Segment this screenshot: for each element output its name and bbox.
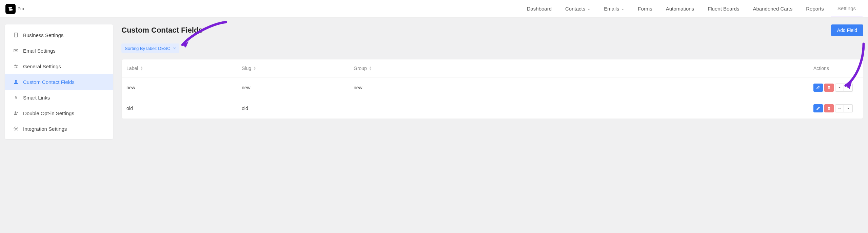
sliders-icon — [13, 63, 19, 69]
nav-forms[interactable]: Forms — [631, 0, 659, 17]
th-slug[interactable]: Slug ▲▼ — [237, 59, 349, 77]
sort-chip-label: Sorting By label: DESC — [125, 46, 170, 51]
delete-button[interactable] — [824, 84, 834, 92]
sidebar-item-integration[interactable]: Integration Settings — [5, 121, 113, 137]
settings-sidebar: Business Settings Email Settings General… — [5, 24, 113, 139]
pro-label: Pro — [18, 6, 24, 11]
sidebar-item-general[interactable]: General Settings — [5, 58, 113, 74]
sort-icon: ▲▼ — [140, 66, 143, 70]
chevron-down-icon: ⌄ — [587, 6, 590, 11]
cell-group: new — [349, 77, 809, 98]
sidebar-item-label: Integration Settings — [23, 126, 67, 132]
cell-slug: new — [237, 77, 349, 98]
mail-icon — [13, 48, 19, 54]
table-header: Label ▲▼ Slug ▲▼ Group ▲▼ Actions — [122, 59, 863, 77]
nav-automations[interactable]: Automations — [659, 0, 701, 17]
nav-dashboard[interactable]: Dashboard — [520, 0, 558, 17]
th-label[interactable]: Label ▲▼ — [122, 59, 237, 77]
app-logo — [5, 4, 16, 14]
cell-label: old — [122, 98, 237, 119]
svg-point-10 — [15, 111, 16, 113]
gear-icon — [13, 126, 19, 132]
sidebar-item-business[interactable]: Business Settings — [5, 27, 113, 43]
cell-actions — [809, 77, 863, 98]
sort-chip[interactable]: Sorting By label: DESC × — [121, 43, 179, 53]
user-plus-icon — [13, 110, 19, 116]
sidebar-item-custom-fields[interactable]: Custom Contact Fields — [5, 74, 113, 90]
move-down-button[interactable] — [844, 104, 853, 112]
nav-emails[interactable]: Emails⌄ — [597, 0, 631, 17]
edit-button[interactable] — [813, 84, 823, 92]
delete-button[interactable] — [824, 104, 834, 112]
nav-settings[interactable]: Settings — [831, 0, 863, 17]
sidebar-item-smart-links[interactable]: Smart Links — [5, 90, 113, 105]
th-group[interactable]: Group ▲▼ — [349, 59, 809, 77]
sort-icon: ▲▼ — [369, 66, 372, 70]
move-down-button[interactable] — [844, 84, 853, 92]
chevron-down-icon: ⌄ — [621, 6, 624, 11]
svg-point-9 — [15, 80, 17, 82]
add-field-button[interactable]: Add Field — [831, 24, 863, 36]
nav-fluent-boards[interactable]: Fluent Boards — [701, 0, 746, 17]
top-bar: Pro Dashboard Contacts⌄ Emails⌄ Forms Au… — [0, 0, 868, 18]
nav-contacts[interactable]: Contacts⌄ — [558, 0, 597, 17]
sidebar-item-label: General Settings — [23, 64, 61, 69]
sidebar-item-double-optin[interactable]: Double Opt-in Settings — [5, 105, 113, 121]
fields-table: Label ▲▼ Slug ▲▼ Group ▲▼ Actions new ne… — [121, 59, 863, 119]
sidebar-item-label: Email Settings — [23, 48, 56, 54]
top-nav: Dashboard Contacts⌄ Emails⌄ Forms Automa… — [520, 0, 863, 17]
edit-button[interactable] — [813, 104, 823, 112]
table-row: new new new — [122, 77, 863, 98]
th-actions: Actions — [809, 59, 863, 77]
sidebar-item-email[interactable]: Email Settings — [5, 43, 113, 58]
document-icon — [13, 32, 19, 38]
cell-label: new — [122, 77, 237, 98]
sidebar-item-label: Custom Contact Fields — [23, 79, 75, 85]
cell-group — [349, 98, 809, 119]
link-icon — [13, 94, 19, 101]
close-icon[interactable]: × — [173, 46, 176, 51]
sort-icon: ▲▼ — [253, 66, 256, 70]
content-area: Custom Contact Fields Add Field Sorting … — [121, 24, 863, 139]
sort-chip-row: Sorting By label: DESC × — [121, 43, 863, 53]
cell-actions — [809, 98, 863, 119]
move-up-button[interactable] — [835, 104, 844, 112]
move-up-button[interactable] — [835, 84, 844, 92]
nav-abandoned-carts[interactable]: Abandoned Carts — [746, 0, 800, 17]
user-icon — [13, 79, 19, 85]
sidebar-item-label: Smart Links — [23, 95, 50, 101]
nav-reports[interactable]: Reports — [799, 0, 831, 17]
cell-slug: old — [237, 98, 349, 119]
sidebar-item-label: Business Settings — [23, 32, 63, 38]
table-row: old old — [122, 98, 863, 119]
page-title: Custom Contact Fields — [121, 26, 203, 35]
svg-point-13 — [15, 128, 17, 129]
main-area: Business Settings Email Settings General… — [0, 18, 868, 146]
content-header: Custom Contact Fields Add Field — [121, 24, 863, 36]
sidebar-item-label: Double Opt-in Settings — [23, 110, 74, 116]
